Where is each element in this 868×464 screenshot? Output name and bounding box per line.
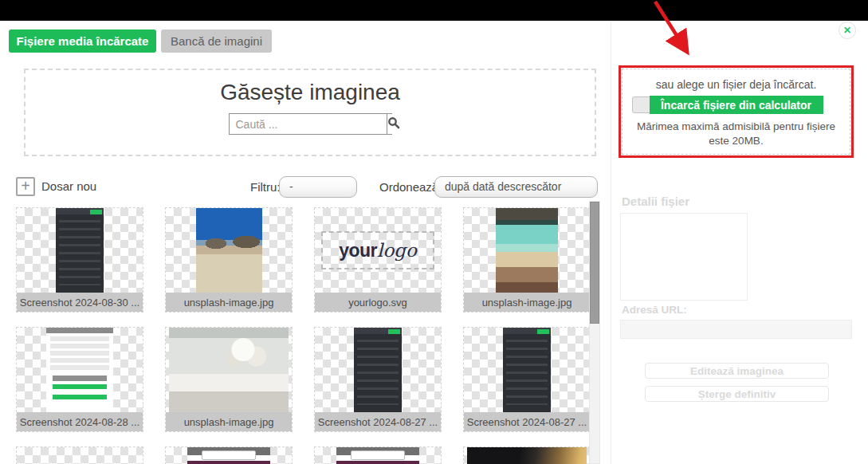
media-tile-filename: Screenshot 2024-08-27 ... (464, 412, 590, 431)
media-tile-filename: unsplash-image.jpg (166, 412, 292, 431)
media-tile[interactable] (165, 446, 293, 464)
page-title: Găsește imaginea (26, 80, 595, 105)
search-section: Găsește imaginea (24, 69, 596, 156)
upload-hint-text: sau alege un fișier deja încărcat. (656, 78, 817, 91)
media-thumbnail (17, 447, 143, 464)
tab-image-bank[interactable]: Bancă de imagini (161, 29, 272, 53)
delete-permanently-button[interactable]: Șterge definitiv (645, 386, 829, 402)
media-tile[interactable]: Screenshot 2024-08-27 ... (314, 327, 442, 432)
media-thumbnail: yourlogo (315, 208, 441, 293)
media-thumbnail (464, 328, 590, 412)
media-tile-filename: Screenshot 2024-08-30 ... (17, 293, 143, 312)
media-thumbnail (166, 208, 292, 293)
panel-divider (611, 21, 611, 464)
close-button[interactable]: ✕ (839, 22, 856, 39)
search-group (229, 113, 392, 135)
media-tile[interactable] (463, 446, 591, 464)
media-thumbnail (464, 447, 590, 464)
media-thumbnail (166, 447, 292, 464)
media-tile[interactable]: unsplash-image.jpg (165, 207, 293, 313)
media-tile-filename: Screenshot 2024-08-28 ... (17, 412, 143, 431)
media-thumbnail (166, 328, 292, 412)
media-thumbnail (17, 208, 143, 293)
edit-image-button[interactable]: Editează imaginea (645, 363, 829, 379)
media-tile-filename: yourlogo.svg (315, 293, 441, 312)
media-tile[interactable]: Screenshot 2024-08-28 ... (16, 327, 143, 432)
url-input[interactable] (620, 320, 852, 339)
max-size-note: Mărimea maximă admisibilă pentru fișiere… (626, 120, 847, 147)
search-button[interactable] (387, 114, 400, 134)
sort-label: Ordonează: (379, 177, 442, 198)
media-tile[interactable]: unsplash-image.jpg (165, 327, 293, 432)
media-tile[interactable]: unsplash-image.jpg (463, 207, 591, 313)
grid-scrollbar-track[interactable] (589, 201, 600, 464)
new-folder-label[interactable]: Dosar nou (41, 177, 96, 196)
upload-dropzone: sau alege un fișier deja încărcat. Încar… (622, 69, 850, 155)
media-tile-filename: unsplash-image.jpg (166, 293, 292, 312)
media-thumbnail (315, 447, 441, 464)
media-tile[interactable]: Screenshot 2024-08-30 ... (16, 207, 143, 313)
new-folder-button[interactable]: + (16, 177, 35, 196)
grid-scrollbar-thumb[interactable] (590, 202, 599, 324)
filter-dropdown[interactable]: - (279, 176, 357, 198)
url-label: Adresă URL: (622, 304, 687, 316)
plus-icon: + (21, 177, 30, 195)
search-input[interactable] (230, 114, 387, 134)
file-preview-box (620, 213, 748, 301)
close-icon: ✕ (843, 25, 851, 36)
upload-annotation-box: sau alege un fișier deja încărcat. Încar… (619, 65, 854, 158)
filter-label: Filtru: (250, 177, 281, 198)
media-tile[interactable] (314, 446, 442, 464)
media-thumbnail (315, 328, 441, 412)
media-thumbnail (464, 208, 590, 293)
upload-from-computer-button[interactable]: Încarcă fișiere din calculator (650, 96, 823, 114)
media-thumbnail (17, 328, 143, 412)
search-icon (387, 116, 400, 132)
logo-placeholder: yourlogo (321, 231, 434, 269)
media-tile-filename: unsplash-image.jpg (464, 293, 590, 312)
media-tile-filename: Screenshot 2024-08-27 ... (315, 412, 441, 431)
media-tile[interactable]: yourlogo yourlogo.svg (314, 207, 442, 313)
media-grid: Screenshot 2024-08-30 ... unsplash-image… (16, 207, 591, 464)
media-tile[interactable]: Screenshot 2024-08-27 ... (463, 327, 591, 432)
top-black-bar (0, 0, 868, 21)
file-details-title: Detalii fișier (622, 195, 689, 208)
media-library-modal: Fișiere media încărcate Bancă de imagini… (0, 0, 868, 464)
sort-dropdown[interactable]: după dată descrescător (434, 176, 598, 198)
media-tile[interactable] (16, 446, 143, 464)
tab-uploaded-media[interactable]: Fișiere media încărcate (9, 29, 156, 53)
